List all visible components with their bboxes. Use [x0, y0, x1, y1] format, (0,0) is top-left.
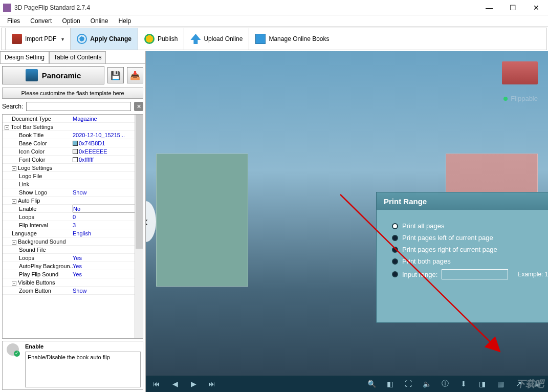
radio-icon [392, 258, 398, 265]
property-grid[interactable]: Document TypeMagazine−Tool Bar SettingsB… [2, 114, 143, 339]
scrollbar[interactable] [135, 115, 143, 338]
prop-row[interactable]: Play Flip SoundYes [3, 270, 143, 278]
import-pdf-button[interactable]: Import PDF [6, 28, 71, 50]
download-icon[interactable]: ⬇ [459, 380, 468, 388]
customize-hint[interactable]: Please customize the flash template here [2, 88, 143, 99]
info-icon[interactable]: ⓘ [441, 379, 450, 388]
zoom-icon[interactable]: 🔍 [367, 380, 376, 388]
menu-convert[interactable]: Convert [25, 16, 57, 26]
prev-page-button[interactable]: ‹ [146, 201, 156, 242]
fullscreen-icon[interactable]: ⛶ [404, 380, 413, 388]
gear-icon [144, 34, 155, 44]
prop-row[interactable]: Base Color0x74B8D1 [3, 139, 143, 147]
thumbnails-icon[interactable]: ▦ [496, 380, 505, 388]
publish-button[interactable]: Publish [138, 28, 184, 50]
bookmark-icon[interactable]: ◨ [477, 380, 487, 388]
prop-row[interactable]: Book Title2020-12-10_15215... [3, 131, 143, 139]
range-input[interactable] [442, 269, 508, 279]
tab-design-setting[interactable]: Design Setting [0, 51, 49, 63]
pdf-icon [12, 34, 22, 44]
prop-row[interactable]: Logo File [3, 172, 143, 180]
book-page-left[interactable] [156, 154, 248, 287]
prop-row[interactable]: Flip Interval3 [3, 221, 143, 229]
status-dot-icon [503, 97, 508, 101]
opt-print-right[interactable]: Print pages right of current page [392, 246, 548, 253]
panoramic-button[interactable]: Panoramic [2, 66, 104, 84]
prop-row[interactable]: LoopsYes [3, 254, 143, 262]
prop-row[interactable]: −Tool Bar Settings [3, 123, 143, 131]
panoramic-icon [26, 69, 38, 81]
scrollbar-thumb[interactable] [136, 115, 143, 249]
page-thumbnail[interactable] [502, 61, 538, 84]
prop-row[interactable]: −Auto Flip [3, 197, 143, 205]
radio-icon [392, 271, 398, 277]
minimize-button[interactable]: — [477, 0, 501, 15]
menubar: Files Convert Option Online Help [0, 15, 548, 27]
floppy-icon: 💾 [111, 71, 121, 80]
print-range-dialog: Print Range ✕ Print all pages Print page… [376, 192, 548, 323]
manage-books-button[interactable]: Manage Online Books [249, 28, 335, 50]
prop-row[interactable]: −Visible Buttons [3, 278, 143, 287]
close-button[interactable]: ✕ [524, 0, 548, 15]
search-label: Search: [2, 103, 23, 110]
titlebar: 3D PageFlip Standard 2.7.4 — ☐ ✕ [0, 0, 548, 15]
clear-search-button[interactable]: ✕ [134, 102, 143, 111]
prop-row[interactable]: Zoom ButtonShow [3, 287, 143, 295]
last-page-icon[interactable]: ⏭ [207, 380, 216, 388]
search-input[interactable] [26, 102, 131, 111]
prop-row[interactable]: Sound File [3, 246, 143, 254]
apply-change-button[interactable]: Apply Change [71, 28, 138, 50]
menu-online[interactable]: Online [85, 16, 114, 26]
toolbar: Import PDF Apply Change Publish Upload O… [1, 28, 547, 50]
manage-label: Manage Online Books [269, 35, 329, 42]
radio-icon [392, 223, 398, 229]
opt-range-label: Input range: [402, 271, 437, 278]
upload-label: Upload Online [204, 35, 243, 42]
prop-row[interactable]: Show LogoShow [3, 188, 143, 197]
prop-row[interactable]: −Background Sound [3, 237, 143, 246]
stop-icon[interactable]: ◧ [385, 380, 394, 388]
menu-option[interactable]: Option [57, 16, 85, 26]
prop-row[interactable]: EnableNo▾ [3, 205, 143, 213]
sound-icon[interactable]: 🔈 [422, 380, 431, 388]
app-icon [3, 4, 11, 12]
menu-files[interactable]: Files [2, 16, 25, 26]
panoramic-label: Panoramic [42, 71, 81, 80]
import-pdf-label: Import PDF [25, 35, 56, 42]
opt-print-all[interactable]: Print all pages [392, 222, 548, 230]
prop-row[interactable]: −Logo Settings [3, 164, 143, 172]
radio-icon [392, 235, 398, 241]
prop-row[interactable]: Font Color0xffffff [3, 156, 143, 164]
dialog-title: Print Range [384, 197, 427, 206]
prop-row[interactable]: Icon Color0xEEEEEE [3, 147, 143, 156]
desc-text: Enable/Disable the book auto flip [25, 352, 141, 387]
book-icon [255, 34, 266, 44]
prev-page-icon[interactable]: ◀ [170, 380, 180, 388]
upload-online-button[interactable]: Upload Online [184, 28, 249, 50]
prop-row[interactable]: AutoPlay Backgroun...Yes [3, 262, 143, 270]
publish-label: Publish [158, 35, 178, 42]
opt-input-range[interactable]: Input range: Example: 1,2,5-8 [392, 269, 548, 279]
watermark: 下载吧 [516, 378, 544, 390]
opt-all-label: Print all pages [402, 222, 444, 230]
upload-icon [190, 34, 201, 44]
prop-row[interactable]: LanguageEnglish [3, 229, 143, 237]
maximize-button[interactable]: ☐ [501, 0, 524, 15]
import-template-button[interactable]: 📥 [127, 67, 143, 83]
prop-row[interactable]: Link [3, 180, 143, 188]
menu-help[interactable]: Help [113, 16, 136, 26]
next-page-icon[interactable]: ▶ [189, 380, 198, 388]
import-icon: 📥 [130, 71, 140, 80]
opt-both-label: Print both pages [402, 257, 451, 265]
first-page-icon[interactable]: ⏮ [152, 380, 161, 388]
caret-down-icon[interactable] [59, 35, 64, 42]
tab-table-of-contents[interactable]: Table of Contents [49, 51, 106, 63]
opt-print-both[interactable]: Print both pages [392, 257, 548, 265]
save-template-button[interactable]: 💾 [107, 67, 124, 83]
prop-row[interactable]: Document TypeMagazine [3, 115, 143, 123]
opt-print-left[interactable]: Print pages left of current page [392, 234, 548, 242]
window-title: 3D PageFlip Standard 2.7.4 [14, 4, 477, 11]
viewer-toolbar: ⏮ ◀ ▶ ⏭ 🔍 ◧ ⛶ 🔈 ⓘ ⬇ ◨ ▦ ↗ 🖶 [146, 376, 548, 392]
left-panel: Design Setting Table of Contents Panoram… [0, 51, 146, 392]
prop-row[interactable]: Loops0 [3, 213, 143, 221]
